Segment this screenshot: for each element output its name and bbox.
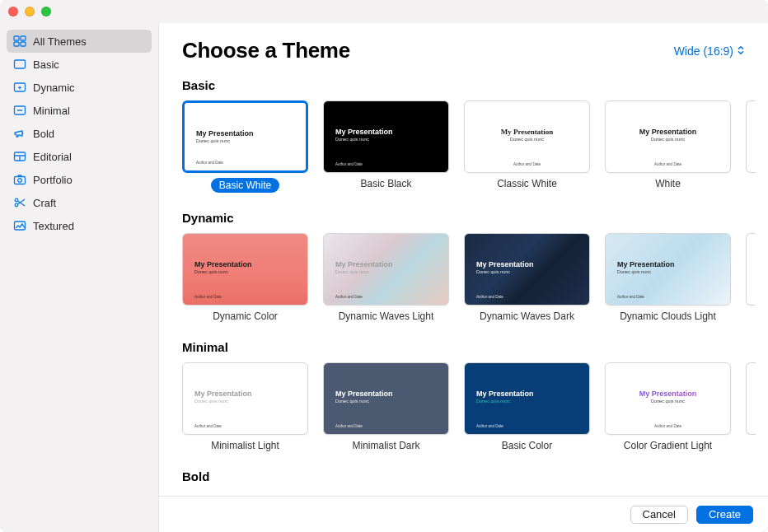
svg-point-12 (18, 179, 22, 183)
theme-thumbnail: My PresentationDonec quis nuncAuthor and… (323, 362, 449, 435)
theme-card[interactable]: My PresentationDonec quis nuncAuthor and… (182, 233, 308, 322)
sidebar-item-minimal[interactable]: Minimal (7, 99, 152, 122)
theme-thumbnail: My PresentationDonec quis nuncAuthor and… (464, 100, 590, 173)
chevron-updown-icon (737, 44, 745, 58)
theme-card[interactable]: My PresentationDonec quis nuncAuthor and… (323, 100, 449, 193)
theme-thumbnail: My PresentationDonec quis nuncAuthor and… (182, 100, 308, 173)
svg-rect-2 (14, 42, 19, 46)
sidebar-item-label: Craft (33, 197, 56, 209)
svg-rect-11 (15, 177, 26, 184)
thumb-footer: Author and Date (617, 295, 644, 299)
theme-thumbnail: My PresentationDonec quis nuncAuthor and… (464, 233, 590, 306)
sidebar-item-label: Minimal (33, 105, 70, 117)
thumb-title: My Presentation (606, 128, 730, 136)
thumb-subtitle: Donec quis nunc (194, 269, 296, 274)
theme-row-dynamic: My PresentationDonec quis nuncAuthor and… (182, 233, 768, 322)
thumb-footer: Author and Date (606, 162, 730, 166)
theme-thumbnail-peek (746, 233, 756, 306)
thumb-subtitle: Donec quis nunc (606, 399, 730, 404)
thumb-subtitle: Donec quis nunc (196, 138, 294, 143)
theme-card[interactable]: My PresentationDonec quis nuncAuthor and… (464, 233, 590, 322)
theme-card[interactable]: My PresentationDonec quis nuncAuthor and… (182, 100, 308, 193)
theme-label: Dynamic Clouds Light (620, 310, 716, 322)
create-button[interactable]: Create (696, 506, 753, 524)
theme-card[interactable]: My PresentationDonec quis nuncAuthor and… (605, 233, 731, 322)
theme-label: White (655, 178, 681, 189)
sidebar: All ThemesBasicDynamicMinimalBoldEditori… (0, 23, 159, 532)
sidebar-item-dynamic[interactable]: Dynamic (7, 76, 152, 99)
sidebar-item-basic[interactable]: Basic (7, 53, 152, 76)
cancel-button[interactable]: Cancel (630, 506, 688, 524)
sidebar-item-label: Editorial (33, 151, 72, 163)
scissors-icon (13, 196, 26, 209)
theme-card-peek[interactable] (746, 100, 756, 193)
svg-point-13 (15, 198, 18, 202)
theme-thumbnail: My PresentationDonec quis nuncAuthor and… (323, 100, 449, 173)
svg-rect-0 (14, 36, 19, 40)
section-title-basic: Basic (182, 78, 768, 92)
section-title-bold: Bold (182, 469, 768, 483)
thumb-subtitle: Donec quis nunc (465, 137, 589, 142)
sidebar-item-portfolio[interactable]: Portfolio (7, 168, 152, 191)
thumb-subtitle: Donec quis nunc (476, 399, 578, 404)
theme-card[interactable]: My PresentationDonec quis nuncAuthor and… (605, 362, 731, 451)
thumb-subtitle: Donec quis nunc (606, 137, 730, 142)
theme-thumbnail: My PresentationDonec quis nuncAuthor and… (464, 362, 590, 435)
page-title: Choose a Theme (182, 38, 350, 63)
thumb-subtitle: Donec quis nunc (335, 399, 437, 404)
megaphone-icon (13, 127, 26, 140)
thumb-title: My Presentation (476, 260, 578, 268)
thumb-subtitle: Donec quis nunc (335, 137, 437, 142)
theme-card-peek[interactable] (746, 233, 756, 322)
camera-icon (13, 173, 26, 186)
theme-gallery: BasicMy PresentationDonec quis nuncAutho… (159, 72, 768, 496)
theme-label: Basic Black (360, 178, 411, 189)
theme-thumbnail: My PresentationDonec quis nuncAuthor and… (605, 100, 731, 173)
sidebar-item-all-themes[interactable]: All Themes (7, 30, 152, 53)
theme-card[interactable]: My PresentationDonec quis nuncAuthor and… (464, 362, 590, 451)
theme-label: Classic White (497, 178, 557, 189)
thumb-footer: Author and Date (465, 162, 589, 166)
theme-label: Minimalist Light (211, 440, 279, 451)
section-title-minimal: Minimal (182, 340, 768, 354)
minimize-window-button[interactable] (25, 7, 35, 16)
close-window-button[interactable] (8, 7, 18, 16)
thumb-footer: Author and Date (194, 424, 222, 428)
theme-card[interactable]: My PresentationDonec quis nuncAuthor and… (182, 362, 308, 451)
sidebar-item-editorial[interactable]: Editorial (7, 145, 152, 168)
thumb-title: My Presentation (476, 390, 578, 398)
thumb-footer: Author and Date (196, 161, 223, 165)
texture-icon (13, 219, 26, 232)
theme-label: Dynamic Color (213, 310, 278, 322)
svg-rect-4 (15, 60, 26, 68)
thumb-title: My Presentation (194, 260, 296, 268)
theme-label: Dynamic Waves Light (339, 310, 434, 322)
sidebar-item-craft[interactable]: Craft (7, 191, 152, 214)
thumb-subtitle: Donec quis nunc (476, 269, 578, 274)
thumb-title: My Presentation (465, 128, 589, 136)
thumb-footer: Author and Date (476, 295, 503, 299)
theme-card-peek[interactable] (746, 362, 756, 451)
rect-icon (13, 58, 26, 71)
theme-card[interactable]: My PresentationDonec quis nuncAuthor and… (323, 233, 449, 322)
theme-row-basic: My PresentationDonec quis nuncAuthor and… (182, 100, 768, 193)
grid-icon (13, 35, 26, 48)
theme-card[interactable]: My PresentationDonec quis nuncAuthor and… (605, 100, 731, 193)
theme-card[interactable]: My PresentationDonec quis nuncAuthor and… (323, 362, 449, 451)
svg-rect-1 (21, 36, 26, 40)
sidebar-item-bold[interactable]: Bold (7, 122, 152, 145)
window-titlebar (0, 0, 768, 23)
svg-point-14 (15, 203, 18, 207)
theme-thumbnail-peek (746, 100, 756, 173)
thumb-subtitle: Donec quis nunc (335, 269, 437, 274)
sidebar-item-label: Dynamic (33, 82, 75, 94)
aspect-ratio-dropdown[interactable]: Wide (16:9) (674, 44, 745, 58)
thumb-title: My Presentation (335, 390, 437, 398)
zoom-window-button[interactable] (41, 7, 51, 16)
theme-card[interactable]: My PresentationDonec quis nuncAuthor and… (464, 100, 590, 193)
theme-thumbnail: My PresentationDonec quis nuncAuthor and… (182, 233, 308, 306)
theme-thumbnail: My PresentationDonec quis nuncAuthor and… (605, 362, 731, 435)
section-title-dynamic: Dynamic (182, 211, 768, 225)
sidebar-item-textured[interactable]: Textured (7, 214, 152, 237)
sidebar-item-label: Bold (33, 128, 54, 140)
